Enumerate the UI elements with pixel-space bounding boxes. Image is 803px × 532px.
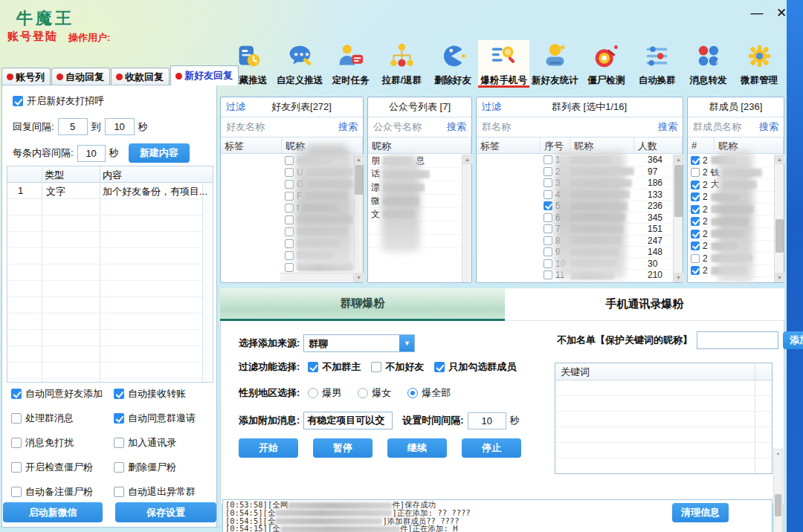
group-row[interactable]: 9148 [541, 247, 673, 259]
friend-row[interactable]: G [282, 178, 353, 190]
option-开启检查僵尸粉[interactable]: 开启检查僵尸粉 [11, 461, 114, 474]
reply-interval-from-input[interactable] [58, 118, 88, 135]
option-自动退出异常群[interactable]: 自动退出异常群 [114, 485, 212, 499]
gender-option-爆男[interactable]: 爆男 [308, 386, 341, 400]
member-row[interactable]: 2 [688, 192, 774, 204]
option-自动同意好友添加[interactable]: 自动同意好友添加 [11, 387, 114, 400]
content-interval-input[interactable] [77, 145, 106, 162]
blacklist-input[interactable] [697, 331, 778, 349]
friend-row[interactable]: U [282, 166, 353, 178]
tab-收款回复[interactable]: 收款回复 [111, 68, 170, 85]
action-button-继续[interactable]: 继续 [387, 438, 447, 458]
member-row[interactable]: 2 [688, 241, 774, 253]
member-search-link[interactable]: 搜索 [759, 120, 778, 134]
option-自动备注僵尸粉[interactable]: 自动备注僵尸粉 [11, 485, 114, 499]
friend-filter-link[interactable]: 过滤 [226, 100, 245, 114]
option-加入通讯录[interactable]: 加入通讯录 [114, 436, 212, 450]
group-row[interactable]: 1364 [541, 155, 673, 166]
group-row[interactable]: 7151 [541, 224, 673, 236]
filter-option-不加好友[interactable]: 不加好友 [371, 360, 424, 374]
official-account-row[interactable]: 朋息 [368, 155, 462, 168]
chevron-down-icon[interactable]: ▼ [399, 335, 414, 351]
member-search-input[interactable]: 群成员名称 [693, 120, 741, 134]
source-dropdown[interactable]: 群聊 ▼ [303, 334, 415, 352]
clear-log-button[interactable]: 清理信息 [672, 503, 729, 522]
toolbar-item-group-manage[interactable]: 微群管理 [734, 40, 785, 88]
tab-自动回复[interactable]: 自动回复 [51, 68, 110, 85]
member-row[interactable]: 2 [688, 228, 774, 241]
filter-option-不加群主[interactable]: 不加群主 [308, 360, 361, 374]
time-interval-input[interactable] [468, 412, 506, 429]
official-account-row[interactable]: 话 [368, 168, 462, 181]
toolbar-item-timed-task[interactable]: 定时任务 [325, 40, 376, 88]
group-row[interactable]: 4133 [541, 189, 673, 201]
greet-checkbox[interactable] [13, 96, 23, 106]
option-自动接收转账[interactable]: 自动接收转账 [114, 387, 212, 400]
friend-row[interactable] [282, 214, 353, 226]
group-row[interactable]: 6345 [541, 213, 673, 224]
friend-row[interactable] [282, 238, 353, 250]
reply-table-scrollbar[interactable] [202, 183, 213, 382]
member-row[interactable]: 2钱 [688, 167, 774, 180]
group-row[interactable]: 3186 [541, 178, 673, 189]
tab-phone-contacts-fans[interactable]: 手机通讯录爆粉 [505, 288, 784, 321]
group-list-scrollbar[interactable]: ▲▼ [673, 155, 683, 282]
toolbar-item-custom-push[interactable]: ★★★自定义推送 [274, 40, 326, 88]
fans-section-scrollbar[interactable]: ▲ ▼ [773, 449, 783, 532]
option-自动同意群邀请[interactable]: 自动同意群邀请 [114, 412, 212, 425]
toolbar-item-phone-fans[interactable]: 爆粉手机号 [478, 40, 529, 88]
tab-新好友回复[interactable]: 新好友回复 [170, 65, 239, 85]
filter-option-只加勾选群成员[interactable]: 只加勾选群成员 [434, 360, 516, 374]
close-button[interactable]: ✕ [770, 4, 793, 22]
member-row[interactable]: 2 [688, 265, 774, 278]
official-account-row[interactable] [368, 221, 462, 235]
group-search-link[interactable]: 搜索 [658, 120, 677, 134]
row1-type[interactable]: 文字 [46, 185, 65, 198]
start-new-wechat-button[interactable]: 启动新微信 [3, 502, 103, 522]
row1-content[interactable]: 加个好友备份，有项目... [103, 185, 207, 198]
group-row[interactable]: 1030 [541, 259, 673, 270]
gender-option-爆全部[interactable]: 爆全部 [407, 386, 451, 400]
action-button-停止[interactable]: 停止 [462, 438, 521, 458]
member-row[interactable]: 2 [688, 155, 774, 167]
official-account-row[interactable]: 微 [368, 195, 462, 208]
friend-row[interactable] [282, 250, 353, 262]
mp-list-scrollbar[interactable]: ▲ [462, 155, 471, 282]
account-login-label[interactable]: 账号登陆 [7, 30, 58, 44]
group-row[interactable]: 11210 [541, 270, 673, 282]
gender-option-爆女[interactable]: 爆女 [358, 386, 391, 400]
toolbar-item-new-friend-stats[interactable]: 新好友统计 [529, 40, 581, 88]
member-row[interactable]: 2大 [688, 179, 774, 192]
action-button-暂停[interactable]: 暂停 [313, 438, 373, 458]
friend-row[interactable]: F [282, 190, 353, 202]
save-settings-button[interactable]: 保存设置 [115, 502, 216, 522]
toolbar-item-zombie-check[interactable]: 僵尸检测 [581, 40, 632, 88]
member-row[interactable]: 2 [688, 204, 774, 216]
minimize-button[interactable]: — [746, 4, 768, 22]
reply-interval-to-input[interactable] [105, 118, 135, 135]
option-处理群消息[interactable]: 处理群消息 [11, 412, 114, 425]
member-row[interactable]: 2 [688, 216, 774, 229]
option-消息免打扰[interactable]: 消息免打扰 [11, 436, 114, 450]
group-row[interactable]: 8247 [541, 236, 673, 247]
toolbar-item-auto-switch-group[interactable]: 自动换群 [632, 40, 683, 88]
member-row[interactable]: 2 [688, 253, 774, 265]
toolbar-item-delete-friend[interactable]: 删除好友 [428, 40, 479, 88]
member-list-scrollbar[interactable]: ▲▼ [774, 155, 784, 282]
friend-search-link[interactable]: 搜索 [338, 120, 358, 134]
toolbar-item-group-in-out[interactable]: 拉群/退群 [376, 40, 428, 88]
friend-row[interactable] [282, 226, 353, 238]
friend-list-scrollbar[interactable]: ▲▼ [353, 155, 363, 282]
group-row[interactable]: 297 [541, 166, 673, 178]
option-删除僵尸粉[interactable]: 删除僵尸粉 [114, 461, 212, 474]
new-content-button[interactable]: 新建内容 [129, 143, 190, 163]
mp-search-link[interactable]: 搜索 [447, 120, 466, 134]
official-account-row[interactable]: 漂 [368, 181, 462, 195]
toolbar-item-message-forward[interactable]: 消息转发 [683, 40, 734, 88]
group-filter-link[interactable]: 过滤 [482, 100, 501, 114]
action-button-开始[interactable]: 开始 [239, 438, 298, 458]
friend-list-hscrollbar[interactable] [280, 273, 353, 282]
group-search-input[interactable]: 群名称 [482, 120, 511, 134]
friend-row[interactable] [282, 155, 353, 166]
group-row[interactable]: 5236 [541, 201, 673, 213]
